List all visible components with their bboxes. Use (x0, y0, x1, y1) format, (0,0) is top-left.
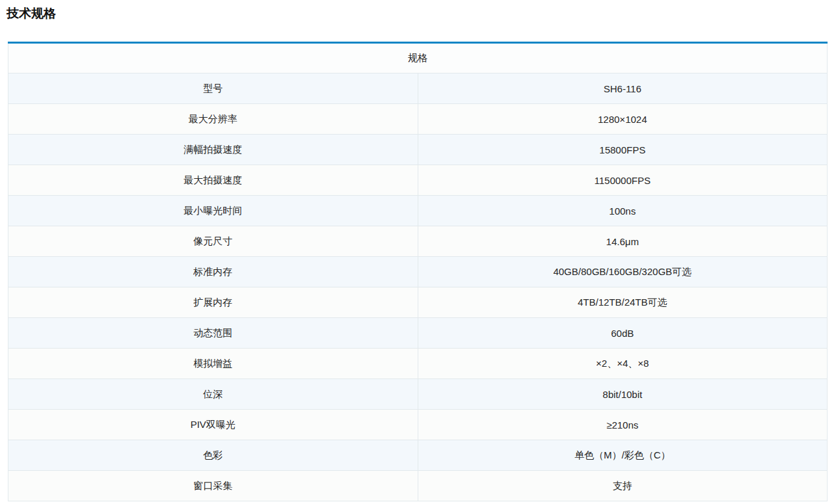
spec-value: 支持 (418, 471, 828, 501)
spec-value: 1150000FPS (418, 165, 828, 196)
table-row: 标准内存 40GB/80GB/160GB/320GB可选 (8, 257, 828, 287)
page-title: 技术规格 (7, 6, 836, 21)
spec-label: 位深 (8, 379, 418, 410)
spec-value: ×2、×4、×8 (418, 349, 828, 379)
table-row: 模拟增益 ×2、×4、×8 (8, 349, 828, 379)
table-row: 型号 SH6-116 (8, 73, 828, 104)
spec-label: PIV双曝光 (8, 410, 418, 440)
spec-label: 型号 (8, 73, 418, 104)
spec-page: 技术规格 规格 型号 SH6-116 最大分辨率 1280×1024 满幅拍摄速… (0, 6, 836, 501)
spec-value: 100ns (418, 196, 828, 226)
spec-label: 色彩 (8, 440, 418, 471)
spec-value: 单色（M）/彩色（C） (418, 440, 828, 471)
spec-table-body: 型号 SH6-116 最大分辨率 1280×1024 满幅拍摄速度 15800F… (8, 73, 828, 501)
spec-label: 最大拍摄速度 (8, 165, 418, 196)
spec-value: 8bit/10bit (418, 379, 828, 410)
spec-value: 1280×1024 (418, 104, 828, 135)
spec-value: 40GB/80GB/160GB/320GB可选 (418, 257, 828, 287)
spec-value: 14.6μm (418, 226, 828, 257)
spec-value: 60dB (418, 318, 828, 349)
spec-value: SH6-116 (418, 73, 828, 104)
table-header-row: 规格 (8, 43, 828, 73)
table-row: 像元尺寸 14.6μm (8, 226, 828, 257)
spec-label: 像元尺寸 (8, 226, 418, 257)
table-row: 动态范围 60dB (8, 318, 828, 349)
spec-label: 最小曝光时间 (8, 196, 418, 226)
spec-value: 4TB/12TB/24TB可选 (418, 287, 828, 318)
spec-label: 扩展内存 (8, 287, 418, 318)
spec-value: ≥210ns (418, 410, 828, 440)
table-row: 扩展内存 4TB/12TB/24TB可选 (8, 287, 828, 318)
table-row: 满幅拍摄速度 15800FPS (8, 135, 828, 165)
table-row: 色彩 单色（M）/彩色（C） (8, 440, 828, 471)
spec-value: 15800FPS (418, 135, 828, 165)
spec-label: 动态范围 (8, 318, 418, 349)
spec-label: 最大分辨率 (8, 104, 418, 135)
table-row: 最小曝光时间 100ns (8, 196, 828, 226)
table-row: 位深 8bit/10bit (8, 379, 828, 410)
spec-label: 标准内存 (8, 257, 418, 287)
table-row: PIV双曝光 ≥210ns (8, 410, 828, 440)
table-row: 窗口采集 支持 (8, 471, 828, 501)
table-row: 最大拍摄速度 1150000FPS (8, 165, 828, 196)
spec-table: 规格 型号 SH6-116 最大分辨率 1280×1024 满幅拍摄速度 158… (8, 42, 828, 501)
spec-label: 模拟增益 (8, 349, 418, 379)
spec-label: 窗口采集 (8, 471, 418, 501)
table-header-cell: 规格 (8, 43, 828, 73)
spec-label: 满幅拍摄速度 (8, 135, 418, 165)
table-row: 最大分辨率 1280×1024 (8, 104, 828, 135)
